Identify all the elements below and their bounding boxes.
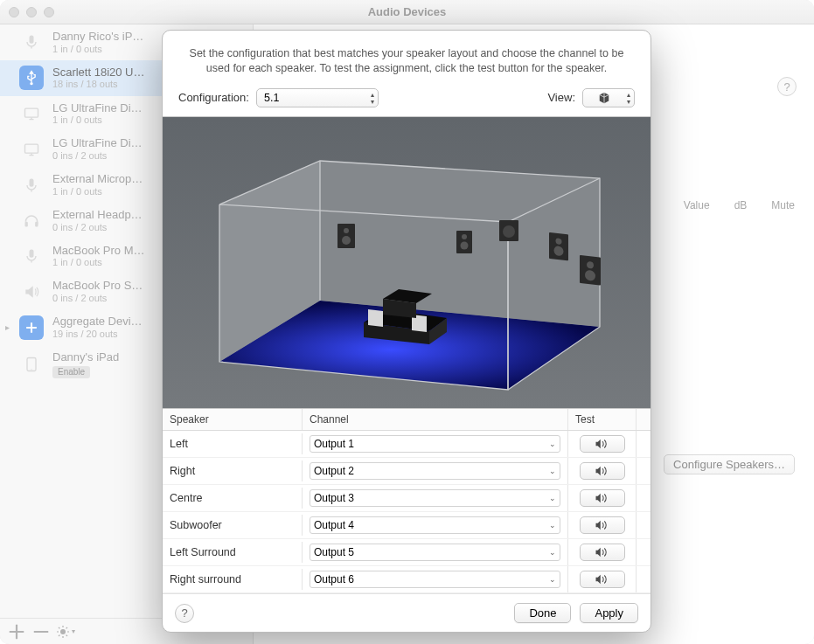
channel-value: Output 5 xyxy=(314,546,354,558)
done-button[interactable]: Done xyxy=(514,603,571,623)
ipad-icon xyxy=(19,352,44,377)
display-icon xyxy=(19,137,44,162)
enable-badge[interactable]: Enable xyxy=(52,366,90,378)
room-visualization[interactable] xyxy=(163,116,651,409)
mic-icon xyxy=(19,173,44,197)
view-label: View: xyxy=(547,91,575,104)
device-sub: 1 in / 0 outs xyxy=(52,186,143,197)
col-mute: Mute xyxy=(771,199,795,211)
channel-select[interactable]: Output 4 ⌄ xyxy=(310,516,560,534)
speaker-name: Centre xyxy=(163,488,303,509)
device-name: MacBook Pro S… xyxy=(52,279,143,293)
svg-point-23 xyxy=(342,236,351,245)
test-speaker-button[interactable] xyxy=(580,489,625,507)
svg-marker-17 xyxy=(368,309,383,327)
svg-point-28 xyxy=(503,225,515,238)
speaker-icon xyxy=(19,280,44,304)
chevron-down-icon: ⌄ xyxy=(549,494,556,502)
add-device-button[interactable] xyxy=(7,622,26,641)
configuration-value: 5.1 xyxy=(264,92,279,104)
test-speaker-button[interactable] xyxy=(580,571,625,588)
test-speaker-button[interactable] xyxy=(580,544,625,561)
chevron-down-icon: ⌄ xyxy=(549,440,556,448)
svg-rect-2 xyxy=(25,108,38,117)
svg-point-1 xyxy=(30,82,32,85)
mic-icon xyxy=(19,244,44,268)
speaker-name: Left Surround xyxy=(163,542,303,563)
speaker-name: Right xyxy=(163,460,303,481)
configuration-select[interactable]: 5.1 ▴▾ xyxy=(256,88,379,107)
configure-speakers-sheet: Set the configuration that best matches … xyxy=(162,30,651,633)
help-button[interactable]: ? xyxy=(777,77,797,96)
device-sub: 18 ins / 18 outs xyxy=(52,79,145,90)
channel-value: Output 3 xyxy=(314,492,354,504)
sheet-help-button[interactable]: ? xyxy=(175,604,194,623)
test-speaker-button[interactable] xyxy=(580,516,625,534)
svg-rect-5 xyxy=(25,222,28,227)
disclosure-icon[interactable]: ▸ xyxy=(5,322,14,332)
device-sub: 1 in / 0 outs xyxy=(52,44,143,55)
window-title: Audio Devices xyxy=(0,5,814,18)
remove-device-button[interactable] xyxy=(31,622,51,641)
device-name: Scarlett 18i20 U… xyxy=(52,66,145,80)
table-row: Subwoofer Output 4 ⌄ xyxy=(163,512,651,539)
channel-select[interactable]: Output 2 ⌄ xyxy=(310,462,560,480)
view-select[interactable]: ▴▾ xyxy=(582,88,635,107)
col-value: Value xyxy=(684,199,710,211)
sheet-description: Set the configuration that best matches … xyxy=(163,31,651,85)
svg-point-25 xyxy=(462,234,467,239)
mic-icon xyxy=(19,30,44,54)
th-speaker: Speaker xyxy=(163,409,303,430)
device-name: External Headp… xyxy=(52,208,143,222)
svg-rect-3 xyxy=(25,144,38,153)
device-name: LG UltraFine Di… xyxy=(52,101,143,115)
test-speaker-button[interactable] xyxy=(580,462,625,480)
titlebar: Audio Devices xyxy=(0,0,814,24)
table-row: Right surround Output 6 ⌄ xyxy=(163,566,651,593)
channel-value: Output 2 xyxy=(314,465,354,477)
channel-value: Output 6 xyxy=(314,573,354,585)
device-name: LG UltraFine Di… xyxy=(52,136,143,150)
display-icon xyxy=(19,101,44,126)
headphones-icon xyxy=(19,208,44,232)
channel-select[interactable]: Output 1 ⌄ xyxy=(310,435,560,453)
svg-rect-0 xyxy=(30,36,34,44)
svg-rect-4 xyxy=(30,178,34,186)
updown-icon: ▴▾ xyxy=(371,92,374,106)
action-menu-button[interactable]: ▾ xyxy=(56,622,75,641)
device-sub: 0 ins / 2 outs xyxy=(52,293,143,304)
device-sub: 1 in / 0 outs xyxy=(52,114,143,126)
svg-point-9 xyxy=(31,369,31,370)
chevron-down-icon: ⌄ xyxy=(549,548,556,557)
configure-speakers-button[interactable]: Configure Speakers… xyxy=(664,454,795,474)
speaker-table: Speaker Channel Test Left Output 1 ⌄ Rig… xyxy=(163,409,651,593)
svg-rect-7 xyxy=(30,250,34,258)
svg-point-26 xyxy=(461,241,469,249)
table-row: Left Output 1 ⌄ xyxy=(163,431,651,458)
th-test: Test xyxy=(568,409,637,430)
chevron-down-icon: ⌄ xyxy=(549,575,556,584)
channel-select[interactable]: Output 6 ⌄ xyxy=(310,571,560,588)
test-speaker-button[interactable] xyxy=(580,435,625,453)
svg-rect-6 xyxy=(35,222,38,227)
device-sub: 0 ins / 2 outs xyxy=(52,150,143,162)
apply-button[interactable]: Apply xyxy=(580,603,638,623)
speaker-name: Right surround xyxy=(163,569,303,590)
channel-select[interactable]: Output 3 ⌄ xyxy=(310,489,560,507)
plus-icon xyxy=(19,315,44,340)
chevron-down-icon: ⌄ xyxy=(549,521,556,530)
device-name: External Microp… xyxy=(52,172,143,186)
svg-point-22 xyxy=(344,228,349,233)
channel-select[interactable]: Output 5 ⌄ xyxy=(310,544,560,561)
device-sub: 0 ins / 2 outs xyxy=(52,222,143,233)
table-row: Centre Output 3 ⌄ xyxy=(163,485,651,512)
device-name: Aggregate Devi… xyxy=(52,315,143,329)
device-name: Danny Rico's iP… xyxy=(52,30,143,44)
column-headers: Value dB Mute xyxy=(684,199,795,211)
speaker-name: Subwoofer xyxy=(163,515,303,536)
room-3d-icon xyxy=(198,143,617,405)
device-name: Danny's iPad xyxy=(52,350,119,364)
chevron-down-icon: ⌄ xyxy=(549,467,556,475)
table-row: Right Output 2 ⌄ xyxy=(163,458,651,485)
channel-value: Output 4 xyxy=(314,519,354,531)
